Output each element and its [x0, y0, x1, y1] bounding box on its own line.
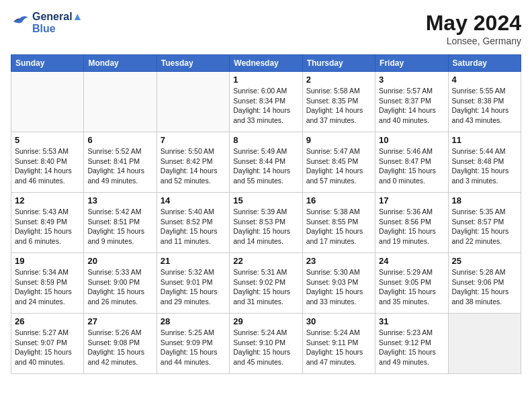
table-row: 16Sunrise: 5:38 AM Sunset: 8:55 PM Dayli…	[302, 193, 375, 253]
table-row: 30Sunrise: 5:24 AM Sunset: 9:11 PM Dayli…	[302, 314, 375, 374]
day-number: 26	[15, 316, 80, 326]
day-number: 18	[452, 195, 517, 205]
day-number: 7	[161, 135, 226, 145]
day-info: Sunrise: 5:27 AM Sunset: 9:07 PM Dayligh…	[15, 328, 80, 367]
day-number: 25	[452, 256, 517, 266]
calendar-week-2: 5Sunrise: 5:53 AM Sunset: 8:40 PM Daylig…	[11, 132, 521, 193]
day-info: Sunrise: 5:46 AM Sunset: 8:47 PM Dayligh…	[379, 146, 444, 186]
day-number: 1	[233, 75, 298, 85]
day-number: 22	[233, 256, 298, 266]
day-info: Sunrise: 5:58 AM Sunset: 8:35 PM Dayligh…	[306, 86, 371, 126]
day-number: 2	[306, 75, 371, 85]
table-row: 13Sunrise: 5:42 AM Sunset: 8:51 PM Dayli…	[84, 193, 157, 253]
day-number: 17	[379, 195, 444, 205]
table-row: 26Sunrise: 5:27 AM Sunset: 9:07 PM Dayli…	[11, 314, 84, 374]
col-tuesday: Tuesday	[157, 55, 229, 72]
col-thursday: Thursday	[302, 55, 375, 72]
table-row	[448, 314, 521, 374]
day-number: 31	[379, 316, 444, 326]
location: Lonsee, Germany	[426, 36, 521, 46]
day-number: 8	[233, 135, 298, 145]
month-title: May 2024	[426, 11, 521, 36]
day-info: Sunrise: 5:31 AM Sunset: 9:02 PM Dayligh…	[233, 267, 298, 307]
day-info: Sunrise: 5:32 AM Sunset: 9:01 PM Dayligh…	[161, 267, 226, 307]
table-row: 9Sunrise: 5:47 AM Sunset: 8:45 PM Daylig…	[302, 132, 375, 193]
table-row: 20Sunrise: 5:33 AM Sunset: 9:00 PM Dayli…	[84, 253, 157, 314]
table-row: 6Sunrise: 5:52 AM Sunset: 8:41 PM Daylig…	[84, 132, 157, 193]
day-number: 11	[452, 135, 517, 145]
col-friday: Friday	[375, 55, 448, 72]
table-row: 12Sunrise: 5:43 AM Sunset: 8:49 PM Dayli…	[11, 193, 84, 253]
day-info: Sunrise: 5:42 AM Sunset: 8:51 PM Dayligh…	[87, 207, 152, 246]
table-row: 4Sunrise: 5:55 AM Sunset: 8:38 PM Daylig…	[448, 72, 521, 132]
table-row: 29Sunrise: 5:24 AM Sunset: 9:10 PM Dayli…	[230, 314, 302, 374]
logo-text: General▲ Blue	[32, 11, 83, 34]
day-info: Sunrise: 5:38 AM Sunset: 8:55 PM Dayligh…	[306, 207, 371, 246]
day-info: Sunrise: 6:00 AM Sunset: 8:34 PM Dayligh…	[233, 86, 298, 126]
table-row: 28Sunrise: 5:25 AM Sunset: 9:09 PM Dayli…	[157, 314, 229, 374]
day-number: 13	[87, 195, 152, 205]
day-info: Sunrise: 5:30 AM Sunset: 9:03 PM Dayligh…	[306, 267, 371, 307]
col-monday: Monday	[84, 55, 157, 72]
table-row: 5Sunrise: 5:53 AM Sunset: 8:40 PM Daylig…	[11, 132, 84, 193]
table-row: 31Sunrise: 5:23 AM Sunset: 9:12 PM Dayli…	[375, 314, 448, 374]
day-number: 12	[15, 195, 80, 205]
table-row: 8Sunrise: 5:49 AM Sunset: 8:44 PM Daylig…	[230, 132, 302, 193]
day-info: Sunrise: 5:24 AM Sunset: 9:10 PM Dayligh…	[233, 328, 298, 367]
day-number: 16	[306, 195, 371, 205]
day-number: 10	[379, 135, 444, 145]
day-number: 20	[87, 256, 152, 266]
day-info: Sunrise: 5:47 AM Sunset: 8:45 PM Dayligh…	[306, 146, 371, 186]
calendar-week-5: 26Sunrise: 5:27 AM Sunset: 9:07 PM Dayli…	[11, 314, 521, 374]
day-info: Sunrise: 5:23 AM Sunset: 9:12 PM Dayligh…	[379, 328, 444, 367]
day-info: Sunrise: 5:28 AM Sunset: 9:06 PM Dayligh…	[452, 267, 517, 307]
table-row: 14Sunrise: 5:40 AM Sunset: 8:52 PM Dayli…	[157, 193, 229, 253]
day-number: 4	[452, 75, 517, 85]
day-info: Sunrise: 5:44 AM Sunset: 8:48 PM Dayligh…	[452, 146, 517, 186]
table-row	[84, 72, 157, 132]
table-row: 7Sunrise: 5:50 AM Sunset: 8:42 PM Daylig…	[157, 132, 229, 193]
day-info: Sunrise: 5:43 AM Sunset: 8:49 PM Dayligh…	[15, 207, 80, 246]
day-info: Sunrise: 5:25 AM Sunset: 9:09 PM Dayligh…	[161, 328, 226, 367]
day-number: 5	[15, 135, 80, 145]
day-info: Sunrise: 5:53 AM Sunset: 8:40 PM Dayligh…	[15, 146, 80, 186]
day-info: Sunrise: 5:35 AM Sunset: 8:57 PM Dayligh…	[452, 207, 517, 246]
col-wednesday: Wednesday	[230, 55, 302, 72]
table-row: 27Sunrise: 5:26 AM Sunset: 9:08 PM Dayli…	[84, 314, 157, 374]
logo-bird-icon	[11, 15, 30, 30]
day-number: 27	[87, 316, 152, 326]
calendar-week-1: 1Sunrise: 6:00 AM Sunset: 8:34 PM Daylig…	[11, 72, 521, 132]
day-info: Sunrise: 5:29 AM Sunset: 9:05 PM Dayligh…	[379, 267, 444, 307]
day-info: Sunrise: 5:26 AM Sunset: 9:08 PM Dayligh…	[87, 328, 152, 367]
table-row	[11, 72, 84, 132]
table-row	[157, 72, 229, 132]
day-number: 23	[306, 256, 371, 266]
day-info: Sunrise: 5:50 AM Sunset: 8:42 PM Dayligh…	[161, 146, 226, 186]
day-info: Sunrise: 5:34 AM Sunset: 8:59 PM Dayligh…	[15, 267, 80, 307]
day-number: 29	[233, 316, 298, 326]
table-row: 25Sunrise: 5:28 AM Sunset: 9:06 PM Dayli…	[448, 253, 521, 314]
table-row: 19Sunrise: 5:34 AM Sunset: 8:59 PM Dayli…	[11, 253, 84, 314]
table-row: 3Sunrise: 5:57 AM Sunset: 8:37 PM Daylig…	[375, 72, 448, 132]
day-number: 9	[306, 135, 371, 145]
day-number: 15	[233, 195, 298, 205]
day-number: 28	[161, 316, 226, 326]
day-info: Sunrise: 5:57 AM Sunset: 8:37 PM Dayligh…	[379, 86, 444, 126]
day-number: 3	[379, 75, 444, 85]
calendar-week-3: 12Sunrise: 5:43 AM Sunset: 8:49 PM Dayli…	[11, 193, 521, 253]
day-info: Sunrise: 5:33 AM Sunset: 9:00 PM Dayligh…	[87, 267, 152, 307]
day-info: Sunrise: 5:39 AM Sunset: 8:53 PM Dayligh…	[233, 207, 298, 246]
calendar-week-4: 19Sunrise: 5:34 AM Sunset: 8:59 PM Dayli…	[11, 253, 521, 314]
calendar-header-row: Sunday Monday Tuesday Wednesday Thursday…	[11, 55, 521, 72]
col-sunday: Sunday	[11, 55, 84, 72]
table-row: 17Sunrise: 5:36 AM Sunset: 8:56 PM Dayli…	[375, 193, 448, 253]
table-row: 23Sunrise: 5:30 AM Sunset: 9:03 PM Dayli…	[302, 253, 375, 314]
day-number: 30	[306, 316, 371, 326]
page-header: General▲ Blue May 2024 Lonsee, Germany	[11, 11, 521, 46]
day-info: Sunrise: 5:55 AM Sunset: 8:38 PM Dayligh…	[452, 86, 517, 126]
table-row: 10Sunrise: 5:46 AM Sunset: 8:47 PM Dayli…	[375, 132, 448, 193]
table-row: 15Sunrise: 5:39 AM Sunset: 8:53 PM Dayli…	[230, 193, 302, 253]
logo: General▲ Blue	[11, 11, 83, 34]
day-number: 21	[161, 256, 226, 266]
table-row: 24Sunrise: 5:29 AM Sunset: 9:05 PM Dayli…	[375, 253, 448, 314]
